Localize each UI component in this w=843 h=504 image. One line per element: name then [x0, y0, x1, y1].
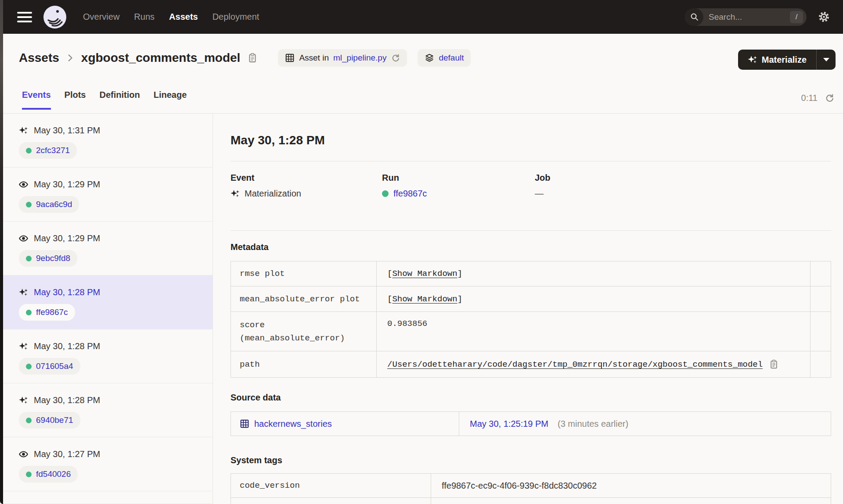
event-timestamp: May 30, 1:28 PM [34, 341, 100, 351]
run-id-link[interactable]: ffe9867c [393, 189, 427, 199]
top-nav-bar: Overview Runs Assets Deployment / [0, 0, 843, 34]
group-link[interactable]: default [439, 53, 464, 63]
nav-links: Overview Runs Assets Deployment [83, 12, 259, 22]
table-row: path /Users/odetteharary/code/dagster/tm… [231, 351, 831, 377]
tab-definition[interactable]: Definition [100, 90, 140, 110]
search-icon [685, 8, 703, 26]
materialization-icon [19, 126, 28, 135]
event-detail-title: May 30, 1:28 PM [231, 133, 831, 148]
run-status-dot [26, 202, 32, 207]
gear-icon[interactable] [818, 11, 830, 23]
breadcrumb-assets-link[interactable]: Assets [19, 51, 59, 65]
run-id-link[interactable]: 071605a4 [36, 361, 73, 371]
job-value: — [535, 189, 831, 199]
observation-icon [19, 180, 28, 189]
metadata-key: mean_absolute_error plot [240, 293, 360, 306]
group-layers-icon [425, 53, 434, 63]
metadata-key: path [240, 358, 260, 371]
refresh-icon[interactable] [825, 93, 834, 103]
hamburger-menu-icon[interactable] [17, 12, 32, 22]
tab-events[interactable]: Events [22, 90, 51, 110]
code-location-link[interactable]: ml_pipeline.py [333, 53, 386, 63]
event-column-label: Event [231, 173, 382, 183]
copy-asset-name-icon[interactable] [247, 53, 258, 63]
path-link[interactable]: /Users/odetteharary/code/dagster/tmp_0mz… [387, 360, 763, 369]
metadata-heading: Metadata [231, 242, 831, 252]
job-column-label: Job [535, 173, 831, 183]
run-id-badge[interactable]: 9aca6c9d [19, 196, 79, 213]
list-item[interactable]: May 30, 1:28 PM 071605a4 [3, 329, 213, 383]
source-asset-link[interactable]: hackernews_stories [254, 419, 332, 429]
breadcrumb: Assets xgboost_comments_model Asset in m… [19, 49, 471, 67]
search-input[interactable] [709, 12, 779, 22]
materialize-options-button[interactable] [816, 50, 836, 70]
run-status-dot [26, 310, 32, 315]
list-item[interactable]: May 30, 1:27 PM fd540026 [3, 437, 213, 491]
system-tags-heading: System tags [231, 455, 831, 465]
observation-icon [19, 234, 28, 243]
run-value: ffe9867c [382, 189, 535, 199]
source-asset-cell: hackernews_stories [231, 412, 459, 436]
run-id-link[interactable]: 9ebc9fd8 [36, 254, 70, 263]
show-markdown-link[interactable]: [Show Markdown] [387, 269, 462, 279]
run-id-link[interactable]: ffe9867c [36, 307, 68, 317]
nav-item-deployment[interactable]: Deployment [213, 12, 259, 22]
source-time-cell: May 30, 1:25:19 PM (3 minutes earlier) [459, 412, 831, 436]
auto-refresh-timer: 0:11 [801, 93, 834, 103]
score-value: 0.983856 [387, 319, 427, 329]
event-timestamp: May 30, 1:27 PM [34, 449, 100, 459]
materialization-icon [19, 288, 28, 297]
copy-path-icon[interactable] [769, 359, 779, 369]
dagster-logo-icon[interactable] [43, 5, 67, 29]
run-id-badge[interactable]: fd540026 [19, 466, 78, 483]
run-id-badge[interactable]: 9ebc9fd8 [19, 250, 77, 267]
run-status-dot [26, 148, 32, 154]
asset-group-badge[interactable]: default [418, 49, 471, 67]
run-column-label: Run [382, 173, 535, 183]
asset-grid-icon [240, 419, 249, 429]
nav-item-overview[interactable]: Overview [83, 12, 119, 22]
asset-grid-icon [285, 53, 295, 63]
nav-item-runs[interactable]: Runs [134, 12, 155, 22]
search-box[interactable]: / [685, 8, 807, 26]
tab-lineage[interactable]: Lineage [154, 90, 187, 110]
materialize-sparkle-icon [748, 55, 757, 64]
run-id-link[interactable]: 2cfc3271 [36, 146, 70, 155]
page-header: Assets xgboost_comments_model Asset in m… [3, 34, 843, 114]
run-status-dot [26, 418, 32, 423]
run-id-link[interactable]: fd540026 [36, 469, 71, 479]
asset-definition-badge[interactable]: Asset in ml_pipeline.py [278, 49, 407, 67]
run-id-badge[interactable]: 6940be71 [19, 412, 80, 429]
list-item[interactable]: May 30, 1:31 PM 2cfc3271 [3, 114, 213, 168]
list-item-partial [3, 491, 213, 504]
list-item[interactable]: May 30, 1:28 PM 6940be71 [3, 383, 213, 437]
tab-plots[interactable]: Plots [65, 90, 86, 110]
source-relative-time: (3 minutes earlier) [558, 419, 628, 429]
event-summary-columns: Event Run Job Materialization ffe9867c — [231, 173, 831, 199]
materialize-button[interactable]: Materialize [738, 50, 816, 70]
run-id-badge[interactable]: ffe9867c [19, 304, 75, 321]
reload-location-icon[interactable] [391, 54, 400, 63]
list-item[interactable]: May 30, 1:29 PM 9aca6c9d [3, 168, 213, 222]
chevron-down-icon [823, 58, 829, 61]
materialization-icon [231, 189, 240, 198]
search-shortcut-badge: / [790, 11, 803, 23]
observation-icon [19, 450, 28, 459]
run-id-link[interactable]: 9aca6c9d [36, 200, 72, 209]
table-row: rmse plot [Show Markdown] [231, 261, 831, 286]
source-timestamp-link[interactable]: May 30, 1:25:19 PM [470, 419, 548, 429]
event-timestamp: May 30, 1:31 PM [34, 125, 100, 136]
event-timestamp: May 30, 1:28 PM [34, 395, 100, 405]
list-item-selected[interactable]: May 30, 1:28 PM ffe9867c [3, 275, 213, 329]
list-item[interactable]: May 30, 1:29 PM 9ebc9fd8 [3, 222, 213, 275]
event-timestamp: May 30, 1:29 PM [34, 179, 100, 189]
run-id-badge[interactable]: 071605a4 [19, 358, 80, 375]
nav-item-assets[interactable]: Assets [169, 12, 198, 22]
show-markdown-link[interactable]: [Show Markdown] [387, 294, 462, 304]
system-tags-table: code_version ffe9867c-ec9c-4f06-939c-f8d… [231, 473, 831, 504]
run-id-link[interactable]: 6940be71 [36, 415, 73, 425]
run-id-badge[interactable]: 2cfc3271 [19, 142, 77, 159]
run-status-dot [26, 472, 32, 477]
source-data-table: hackernews_stories May 30, 1:25:19 PM (3… [231, 411, 831, 436]
source-data-heading: Source data [231, 393, 831, 403]
